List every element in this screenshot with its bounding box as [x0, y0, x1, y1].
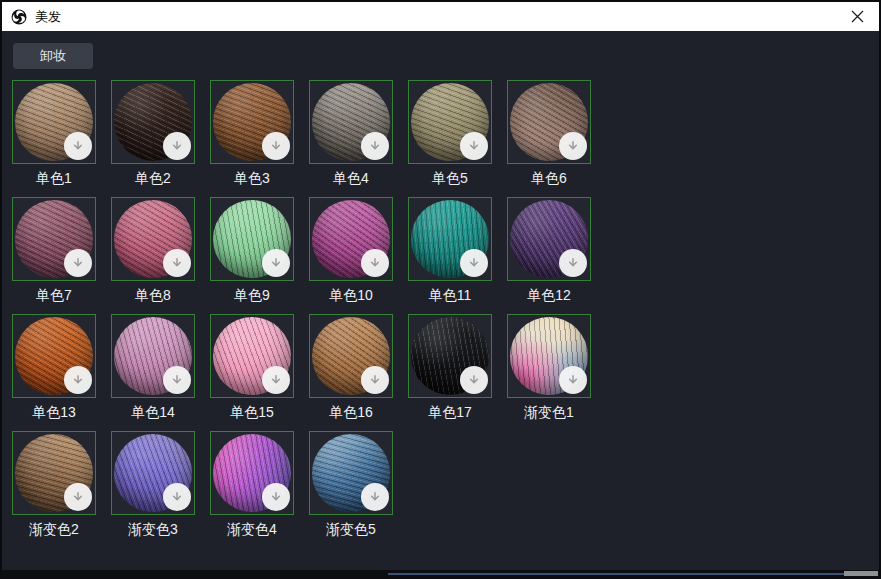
hair-style-label: 渐变色4: [210, 521, 294, 538]
hair-style-label: 单色12: [507, 287, 591, 304]
download-icon[interactable]: [559, 132, 587, 160]
download-icon[interactable]: [361, 483, 389, 511]
hair-style-label: 单色4: [309, 170, 393, 187]
hair-swatch-tile[interactable]: [111, 197, 195, 281]
hair-style-label: 单色1: [12, 170, 96, 187]
hair-style-item-1[interactable]: 单色1: [12, 80, 96, 187]
download-icon[interactable]: [361, 366, 389, 394]
bottom-accent-line: [388, 573, 846, 575]
hair-style-dialog: 美发 卸妆 单色1 单: [0, 0, 881, 579]
hair-swatch-tile[interactable]: [12, 314, 96, 398]
hair-swatch-tile[interactable]: [309, 314, 393, 398]
hair-style-item-15[interactable]: 单色15: [210, 314, 294, 421]
download-icon[interactable]: [64, 132, 92, 160]
download-icon[interactable]: [262, 483, 290, 511]
download-icon[interactable]: [460, 132, 488, 160]
hair-style-label: 渐变色1: [507, 404, 591, 421]
hair-style-label: 单色9: [210, 287, 294, 304]
download-icon[interactable]: [262, 249, 290, 277]
hair-style-item-10[interactable]: 单色10: [309, 197, 393, 304]
hair-style-item-17[interactable]: 单色17: [408, 314, 492, 421]
hair-swatch-tile[interactable]: [12, 431, 96, 515]
hair-style-item-22[interactable]: 渐变色5: [309, 431, 393, 538]
download-icon[interactable]: [163, 249, 191, 277]
hair-style-item-12[interactable]: 单色12: [507, 197, 591, 304]
remove-makeup-button[interactable]: 卸妆: [13, 43, 93, 69]
hair-style-item-8[interactable]: 单色8: [111, 197, 195, 304]
hair-style-item-13[interactable]: 单色13: [12, 314, 96, 421]
hair-swatch-tile[interactable]: [408, 197, 492, 281]
download-icon[interactable]: [64, 249, 92, 277]
hair-style-label: 单色10: [309, 287, 393, 304]
download-icon[interactable]: [64, 483, 92, 511]
download-icon[interactable]: [361, 249, 389, 277]
hair-style-label: 渐变色3: [111, 521, 195, 538]
download-icon[interactable]: [163, 132, 191, 160]
hair-swatch-tile[interactable]: [111, 314, 195, 398]
hair-style-label: 单色8: [111, 287, 195, 304]
hair-style-item-14[interactable]: 单色14: [111, 314, 195, 421]
download-icon[interactable]: [460, 249, 488, 277]
close-icon: [851, 10, 864, 23]
hair-style-label: 单色11: [408, 287, 492, 304]
download-icon[interactable]: [64, 366, 92, 394]
download-icon[interactable]: [361, 132, 389, 160]
hair-swatch-tile[interactable]: [507, 197, 591, 281]
hair-style-label: 单色7: [12, 287, 96, 304]
titlebar[interactable]: 美发: [2, 2, 879, 31]
hair-style-label: 单色15: [210, 404, 294, 421]
hair-style-label: 单色5: [408, 170, 492, 187]
hair-style-item-16[interactable]: 单色16: [309, 314, 393, 421]
hair-swatch-tile[interactable]: [309, 431, 393, 515]
hair-style-item-19[interactable]: 渐变色2: [12, 431, 96, 538]
hair-style-label: 单色6: [507, 170, 591, 187]
hair-style-item-7[interactable]: 单色7: [12, 197, 96, 304]
toolbar: 卸妆: [2, 31, 879, 69]
hair-style-item-4[interactable]: 单色4: [309, 80, 393, 187]
download-icon[interactable]: [163, 483, 191, 511]
hair-style-item-6[interactable]: 单色6: [507, 80, 591, 187]
hair-style-item-21[interactable]: 渐变色4: [210, 431, 294, 538]
hair-style-label: 单色2: [111, 170, 195, 187]
close-button[interactable]: [847, 7, 867, 27]
hair-swatch-tile[interactable]: [111, 431, 195, 515]
download-icon[interactable]: [262, 132, 290, 160]
download-icon[interactable]: [460, 366, 488, 394]
hair-style-item-2[interactable]: 单色2: [111, 80, 195, 187]
hair-style-item-18[interactable]: 渐变色1: [507, 314, 591, 421]
hair-style-label: 单色17: [408, 404, 492, 421]
hair-swatch-tile[interactable]: [12, 80, 96, 164]
hair-swatch-tile[interactable]: [507, 314, 591, 398]
hair-swatch-tile[interactable]: [210, 431, 294, 515]
download-icon[interactable]: [559, 366, 587, 394]
hair-color-grid: 单色1 单色2 单色3: [12, 80, 591, 538]
hair-swatch-tile[interactable]: [210, 80, 294, 164]
hair-swatch-tile[interactable]: [309, 197, 393, 281]
hair-swatch-tile[interactable]: [309, 80, 393, 164]
download-icon[interactable]: [559, 249, 587, 277]
hair-style-item-9[interactable]: 单色9: [210, 197, 294, 304]
bottom-gray-chip: [844, 571, 878, 576]
hair-style-label: 渐变色5: [309, 521, 393, 538]
hair-style-label: 单色14: [111, 404, 195, 421]
hair-style-label: 单色16: [309, 404, 393, 421]
dialog-title: 美发: [35, 8, 61, 26]
hair-style-item-3[interactable]: 单色3: [210, 80, 294, 187]
hair-style-label: 单色3: [210, 170, 294, 187]
hair-swatch-tile[interactable]: [210, 197, 294, 281]
download-icon[interactable]: [163, 366, 191, 394]
obs-logo-icon: [11, 9, 27, 25]
hair-swatch-tile[interactable]: [408, 80, 492, 164]
hair-style-label: 单色13: [12, 404, 96, 421]
hair-swatch-tile[interactable]: [111, 80, 195, 164]
hair-swatch-tile[interactable]: [408, 314, 492, 398]
hair-style-item-5[interactable]: 单色5: [408, 80, 492, 187]
hair-swatch-tile[interactable]: [507, 80, 591, 164]
hair-swatch-tile[interactable]: [12, 197, 96, 281]
hair-style-item-11[interactable]: 单色11: [408, 197, 492, 304]
hair-style-label: 渐变色2: [12, 521, 96, 538]
download-icon[interactable]: [262, 366, 290, 394]
bottom-window-edge: [2, 570, 879, 577]
hair-swatch-tile[interactable]: [210, 314, 294, 398]
hair-style-item-20[interactable]: 渐变色3: [111, 431, 195, 538]
